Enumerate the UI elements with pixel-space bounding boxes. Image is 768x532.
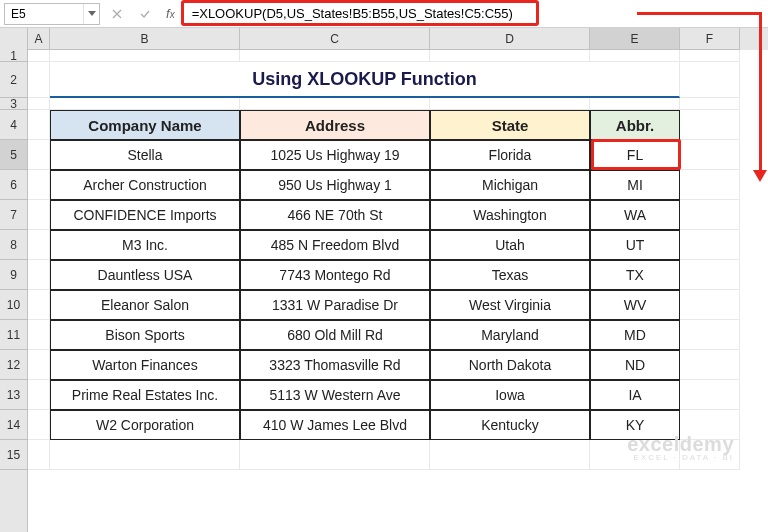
cell[interactable]: [28, 140, 50, 170]
cell-address[interactable]: 466 NE 70th St: [240, 200, 430, 230]
cell-address[interactable]: 1025 Us Highway 19: [240, 140, 430, 170]
col-header[interactable]: A: [28, 28, 50, 50]
cell-state[interactable]: Iowa: [430, 380, 590, 410]
cell-abbr[interactable]: IA: [590, 380, 680, 410]
cell[interactable]: [28, 62, 50, 98]
cell-state[interactable]: Kentucky: [430, 410, 590, 440]
cell-company[interactable]: M3 Inc.: [50, 230, 240, 260]
row-header[interactable]: 11: [0, 320, 27, 350]
cell[interactable]: [680, 350, 740, 380]
cell-address[interactable]: 1331 W Paradise Dr: [240, 290, 430, 320]
row-header[interactable]: 10: [0, 290, 27, 320]
table-header[interactable]: Company Name: [50, 110, 240, 140]
cell[interactable]: [28, 50, 50, 62]
table-header[interactable]: State: [430, 110, 590, 140]
cell-state[interactable]: Utah: [430, 230, 590, 260]
table-header[interactable]: Abbr.: [590, 110, 680, 140]
formula-bar-input[interactable]: [181, 0, 539, 26]
fx-icon[interactable]: fx: [166, 6, 175, 21]
cancel-icon[interactable]: [106, 3, 128, 25]
cell[interactable]: [240, 440, 430, 470]
cell-abbr[interactable]: WA: [590, 200, 680, 230]
name-box-dropdown-icon[interactable]: [83, 4, 99, 24]
cell[interactable]: [28, 380, 50, 410]
cell-abbr[interactable]: WV: [590, 290, 680, 320]
cell[interactable]: [680, 62, 740, 98]
cell[interactable]: [680, 260, 740, 290]
cell[interactable]: [680, 380, 740, 410]
cell-company[interactable]: Archer Construction: [50, 170, 240, 200]
row-header[interactable]: 8: [0, 230, 27, 260]
cell-company[interactable]: Stella: [50, 140, 240, 170]
row-header[interactable]: 12: [0, 350, 27, 380]
cell-address[interactable]: 410 W James Lee Blvd: [240, 410, 430, 440]
cell-state[interactable]: North Dakota: [430, 350, 590, 380]
cell-abbr[interactable]: MI: [590, 170, 680, 200]
row-header[interactable]: 14: [0, 410, 27, 440]
row-header[interactable]: 15: [0, 440, 27, 470]
cell-address[interactable]: 5113 W Western Ave: [240, 380, 430, 410]
cell[interactable]: [240, 98, 430, 110]
cell-company[interactable]: Bison Sports: [50, 320, 240, 350]
cell-state[interactable]: Washington: [430, 200, 590, 230]
cell-company[interactable]: CONFIDENCE Imports: [50, 200, 240, 230]
row-header[interactable]: 2: [0, 62, 27, 98]
cell[interactable]: [28, 440, 50, 470]
col-header[interactable]: B: [50, 28, 240, 50]
cell-address[interactable]: 485 N Freedom Blvd: [240, 230, 430, 260]
name-box[interactable]: [5, 4, 83, 24]
cell-state[interactable]: Texas: [430, 260, 590, 290]
cell-state[interactable]: Florida: [430, 140, 590, 170]
cell-address[interactable]: 680 Old Mill Rd: [240, 320, 430, 350]
cell[interactable]: [50, 50, 240, 62]
cell-state[interactable]: Maryland: [430, 320, 590, 350]
cell[interactable]: [28, 260, 50, 290]
row-header[interactable]: 5: [0, 140, 27, 170]
col-header[interactable]: E: [590, 28, 680, 50]
cell[interactable]: [28, 98, 50, 110]
cell-state[interactable]: West Virginia: [430, 290, 590, 320]
cell-abbr[interactable]: ND: [590, 350, 680, 380]
cell[interactable]: [28, 290, 50, 320]
cell-address[interactable]: 3323 Thomasville Rd: [240, 350, 430, 380]
cell-company[interactable]: Eleanor Salon: [50, 290, 240, 320]
cell[interactable]: [430, 98, 590, 110]
col-header[interactable]: F: [680, 28, 740, 50]
row-header[interactable]: 4: [0, 110, 27, 140]
cell[interactable]: [590, 50, 680, 62]
cell-state[interactable]: Michigan: [430, 170, 590, 200]
cell-abbr[interactable]: FL: [590, 140, 680, 170]
row-header[interactable]: 1: [0, 50, 27, 62]
cell[interactable]: [50, 98, 240, 110]
enter-icon[interactable]: [134, 3, 156, 25]
cell[interactable]: [680, 230, 740, 260]
cell[interactable]: [28, 230, 50, 260]
cell[interactable]: [430, 50, 590, 62]
cell[interactable]: [680, 98, 740, 110]
row-header[interactable]: 3: [0, 98, 27, 110]
table-header[interactable]: Address: [240, 110, 430, 140]
row-header[interactable]: 9: [0, 260, 27, 290]
cell[interactable]: [28, 320, 50, 350]
cell[interactable]: [680, 200, 740, 230]
cell-company[interactable]: Prime Real Estates Inc.: [50, 380, 240, 410]
row-header[interactable]: 13: [0, 380, 27, 410]
cell-company[interactable]: Warton Finances: [50, 350, 240, 380]
cell-abbr[interactable]: TX: [590, 260, 680, 290]
cell-company[interactable]: Dauntless USA: [50, 260, 240, 290]
cell[interactable]: [680, 110, 740, 140]
row-header[interactable]: 7: [0, 200, 27, 230]
cell[interactable]: [680, 320, 740, 350]
cell[interactable]: [28, 410, 50, 440]
cell[interactable]: [28, 110, 50, 140]
cell[interactable]: [680, 290, 740, 320]
cell[interactable]: [240, 50, 430, 62]
cell-abbr[interactable]: UT: [590, 230, 680, 260]
col-header[interactable]: C: [240, 28, 430, 50]
cell[interactable]: [50, 440, 240, 470]
cell[interactable]: [28, 200, 50, 230]
cell[interactable]: [28, 170, 50, 200]
cell-abbr[interactable]: MD: [590, 320, 680, 350]
cell[interactable]: [680, 140, 740, 170]
cell[interactable]: [680, 50, 740, 62]
